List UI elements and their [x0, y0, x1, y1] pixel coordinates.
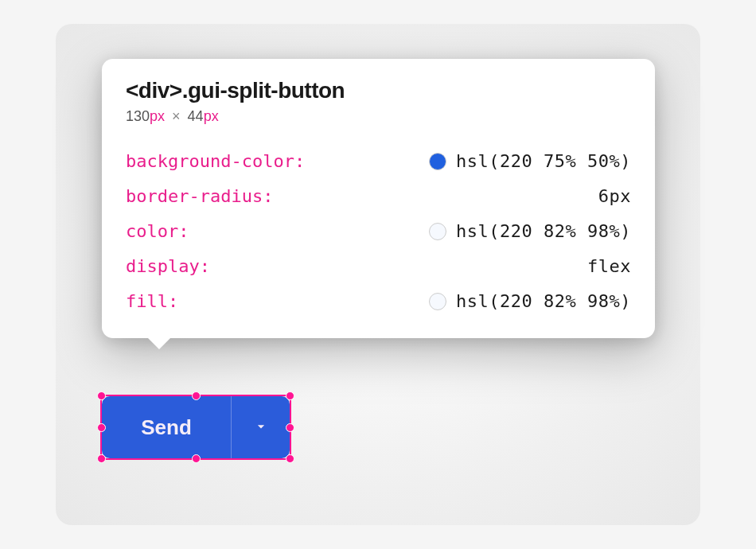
dimension-width-unit: px	[150, 108, 165, 124]
css-property-value-wrap: hsl(220 82% 98%)	[198, 214, 631, 249]
color-swatch	[429, 153, 446, 170]
css-property-name: color	[126, 214, 178, 249]
css-property-name: display	[126, 249, 200, 284]
chevron-down-icon	[253, 419, 269, 437]
css-property-value-wrap: hsl(220 82% 98%)	[188, 284, 631, 319]
dimension-width: 130	[126, 108, 150, 124]
css-properties-list: background-color:hsl(220 75% 50%)border-…	[126, 144, 631, 319]
css-property-colon: :	[263, 179, 273, 214]
element-tag: <div>	[126, 78, 182, 103]
css-property-colon: :	[200, 249, 210, 284]
element-inspector-tooltip: <div>.gui-split-button 130px × 44px back…	[102, 59, 655, 338]
dimension-times: ×	[172, 108, 181, 124]
css-property-value: 6px	[598, 179, 631, 214]
dropdown-toggle-button[interactable]	[231, 396, 290, 458]
inspected-element-wrapper: Send	[102, 396, 290, 458]
gui-split-button[interactable]: Send	[102, 396, 290, 458]
css-property-row: fill:hsl(220 82% 98%)	[126, 284, 631, 319]
css-property-row: display:flex	[126, 249, 631, 284]
css-property-colon: :	[294, 144, 305, 179]
element-class: .gui-split-button	[182, 78, 345, 103]
css-property-colon: :	[178, 214, 189, 249]
dimension-height-unit: px	[204, 108, 219, 124]
color-swatch	[429, 223, 446, 240]
color-swatch	[429, 293, 446, 310]
send-button[interactable]: Send	[102, 396, 231, 458]
css-property-name: fill	[126, 284, 168, 319]
css-property-value: hsl(220 82% 98%)	[456, 214, 631, 249]
css-property-colon: :	[168, 284, 178, 319]
dimension-height: 44	[188, 108, 204, 124]
css-property-row: background-color:hsl(220 75% 50%)	[126, 144, 631, 179]
css-property-value-wrap: hsl(220 75% 50%)	[314, 144, 631, 179]
css-property-value: flex	[587, 249, 631, 284]
css-property-name: border-radius	[126, 179, 263, 214]
send-button-label: Send	[141, 415, 192, 440]
css-property-row: border-radius:6px	[126, 179, 631, 214]
inspected-element-selector: <div>.gui-split-button	[126, 78, 631, 103]
css-property-value-wrap: 6px	[283, 179, 631, 214]
css-property-row: color:hsl(220 82% 98%)	[126, 214, 631, 249]
css-property-value: hsl(220 82% 98%)	[456, 284, 631, 319]
element-dimensions: 130px × 44px	[126, 108, 631, 125]
css-property-value-wrap: flex	[220, 249, 631, 284]
css-property-value: hsl(220 75% 50%)	[456, 144, 631, 179]
css-property-name: background-color	[126, 144, 294, 179]
